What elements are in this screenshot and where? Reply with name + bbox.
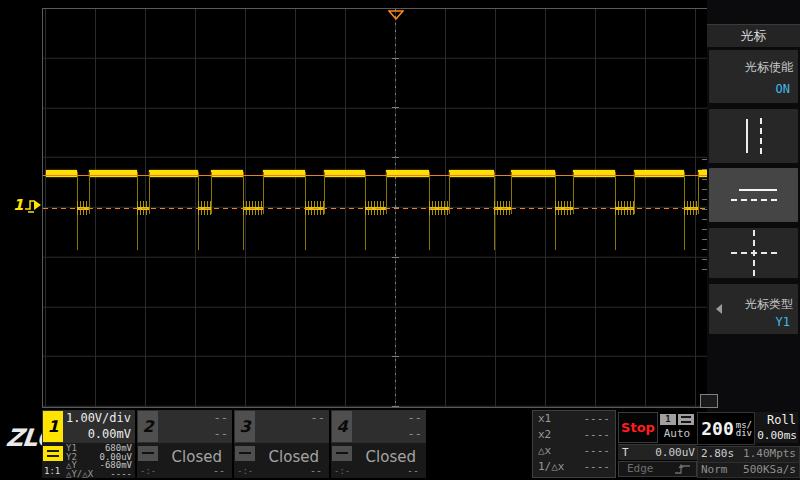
channel3-scale: -- (230, 411, 325, 425)
cursor-y2-line[interactable] (43, 208, 708, 209)
channel3-status-box[interactable]: 3 -- Closed -:- -- (234, 410, 329, 478)
channel2-coupling-icon (138, 446, 158, 461)
channel4-bottom-left: -:- (334, 466, 350, 476)
trigger-position-icon[interactable] (388, 10, 404, 20)
trigger-type-label: Edge (627, 462, 654, 475)
channel4-offset: -- (327, 427, 422, 441)
cursor-enable-label: 光标使能 (745, 59, 793, 76)
channel2-bottom-left: -:- (140, 466, 156, 476)
x1-label: x1 (538, 411, 551, 427)
menu-title: 光标 (707, 24, 800, 47)
channel2-status-box[interactable]: 2 -- -- Closed -:- -- (137, 410, 232, 478)
channel4-status: Closed (366, 448, 416, 466)
trigger-status-box: Stop 1 Auto T 0.00uV Edge (618, 410, 697, 478)
trigger-type-button[interactable]: Edge (618, 461, 697, 477)
run-state-indicator[interactable]: Stop (618, 412, 658, 443)
trigger-level-label: T (622, 446, 629, 459)
memory-depth: 1.40Mpts (743, 447, 796, 460)
cursor-mode-cross-button[interactable] (709, 228, 798, 278)
channel2-scale: -- (133, 411, 228, 425)
channel1-position-marker[interactable]: 1 (13, 196, 43, 214)
channel4-bottom-right: -- (407, 465, 419, 476)
acquire-type: Norm (701, 463, 728, 476)
channel1-coupling-icon[interactable] (43, 446, 63, 461)
horizontal-cursors-icon (709, 168, 798, 222)
cursor-type-value: Y1 (776, 315, 790, 329)
sample-rate: 500KSa/s (743, 463, 796, 476)
dx-value: ---- (584, 443, 611, 459)
timebase-scale-unit: ms/div (736, 421, 752, 437)
menu-page-indicator (700, 394, 718, 408)
cursor-type-label: 光标类型 (745, 296, 793, 313)
trigger-coupling-icon[interactable] (678, 414, 694, 425)
capture-window: 2.80s (701, 447, 734, 460)
acquisition-mode: Roll (767, 413, 796, 427)
trigger-source-badge[interactable]: 1 (660, 414, 676, 425)
channel2-offset: -- (133, 427, 228, 441)
x1-value: ---- (584, 411, 611, 427)
vertical-cursors-icon (709, 109, 798, 163)
trigger-sweep-mode[interactable]: Auto (658, 427, 696, 440)
horizontal-delay: 0.00ms (757, 429, 797, 442)
channel2-status: Closed (172, 448, 222, 466)
cursor-mode-horizontal-button[interactable] (709, 168, 798, 222)
channel1-cursor-measurements: Y1680mV Y20.00uV △Y-680mV △Y/△X---- (66, 444, 132, 478)
channel4-status-box[interactable]: 4 -- -- Closed -:- -- (331, 410, 426, 478)
cursor-enable-value: ON (776, 82, 790, 96)
x2-label: x2 (538, 427, 551, 443)
cursor-menu-panel: 光标 光标使能 ON 光标类型 Y1 (707, 0, 800, 480)
channel1-marker-label: 1 (13, 196, 23, 214)
channel1-scale: 1.00V/div (38, 411, 131, 425)
cursor-y1-line[interactable] (43, 175, 708, 176)
timebase-scale-button[interactable]: 200 ms/div (697, 412, 755, 445)
channel3-status: Closed (269, 448, 319, 466)
channel3-bottom-right: -- (310, 465, 322, 476)
cross-cursors-icon (731, 230, 777, 276)
rising-edge-icon (674, 463, 692, 475)
channel1-offset: 0.00mV (38, 427, 131, 441)
cursor-mode-vertical-button[interactable] (709, 109, 798, 163)
cursor-readout-box: x1---- x2---- △x---- 1/△x---- (532, 410, 616, 478)
inv-dx-value: ---- (584, 459, 611, 475)
channel3-coupling-icon (235, 446, 255, 461)
cursor-type-button[interactable]: 光标类型 Y1 (709, 284, 798, 334)
timebase-box: 200 ms/div Roll 0.00ms 2.80s 1.40Mpts No… (697, 410, 800, 478)
oscilloscope-screen: 1 光标 光标使能 ON (0, 0, 800, 480)
trigger-level-value: 0.00uV (655, 446, 695, 459)
channel4-scale: -- (327, 411, 422, 425)
channel1-probe-ratio: 1:1 (44, 466, 60, 476)
channel1-status-box[interactable]: 1 1.00V/div 0.00mV 1:1 Y1680mV Y20.00uV … (42, 410, 135, 478)
waveform-grid (42, 8, 708, 408)
channel4-coupling-icon (332, 446, 352, 461)
submenu-back-icon (716, 304, 722, 314)
x2-value: ---- (584, 427, 611, 443)
channel2-bottom-right: -- (213, 465, 225, 476)
timebase-scale-value: 200 (701, 418, 734, 439)
channel3-bottom-left: -:- (237, 466, 253, 476)
channel1-marker-arrow-icon (23, 196, 43, 214)
inv-dx-label: 1/△x (538, 459, 565, 475)
dx-label: △x (538, 443, 551, 459)
cursor-enable-button[interactable]: 光标使能 ON (709, 50, 798, 103)
